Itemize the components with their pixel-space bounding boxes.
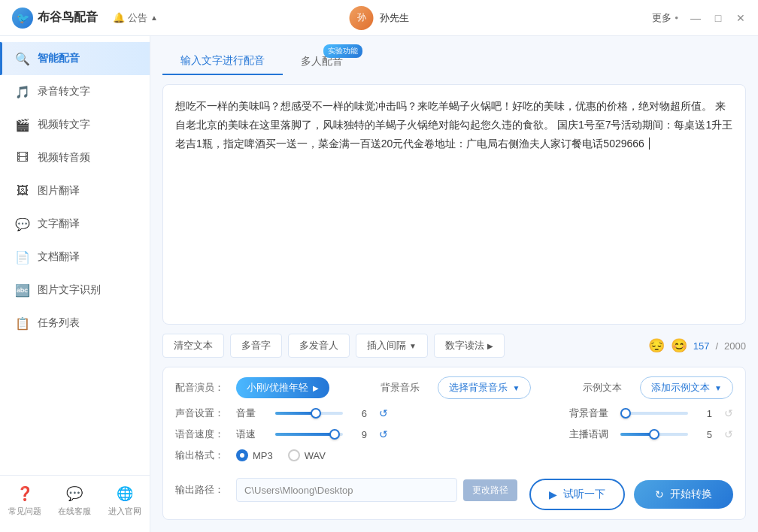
user-info: 孙 孙先生 <box>350 6 409 30</box>
speed-refresh-icon[interactable]: ↺ <box>379 428 388 440</box>
sidebar-item-video-to-audio[interactable]: 🎞 视频转音频 <box>0 141 150 174</box>
preview-label: 试听一下 <box>563 488 605 501</box>
char-count: 😔 😊 157 / 2000 <box>648 337 746 354</box>
more-button[interactable]: 更多 ● <box>652 11 678 25</box>
ocr-icon: 🔤 <box>15 283 30 298</box>
music-label: 背景音乐 <box>381 381 426 394</box>
format-mp3-option[interactable]: MP3 <box>236 449 273 461</box>
volume-sub-label: 音量 <box>236 407 263 420</box>
actor-select-button[interactable]: 小刚/优推年轻 ▶ <box>236 377 329 398</box>
preview-button[interactable]: ▶ 试听一下 <box>529 479 625 510</box>
sample-button[interactable]: 添加示例文本 ▼ <box>640 376 733 399</box>
sidebar-item-audio-to-text[interactable]: 🎵 录音转文字 <box>0 75 150 108</box>
settings-panel: 配音演员： 小刚/优推年轻 ▶ 背景音乐 选择背景音乐 ▼ 示例文本 添加示例文… <box>162 367 746 520</box>
char-total: 2000 <box>724 340 746 352</box>
sidebar-item-task-list[interactable]: 📋 任务列表 <box>0 307 150 340</box>
action-buttons: ▶ 试听一下 ↻ 开始转换 <box>529 479 733 510</box>
anchor-sub-label: 主播语调 <box>569 428 608 441</box>
more-label: 更多 <box>652 11 672 25</box>
format-wav-option[interactable]: WAV <box>288 449 326 461</box>
speed-thumb[interactable] <box>329 429 340 440</box>
faq-icon: ❓ <box>16 485 34 503</box>
avatar: 孙 <box>350 6 374 30</box>
search-icon: 🔍 <box>15 51 30 66</box>
tab-wrapper-multi-voice: 多人配音 实验功能 <box>283 49 361 74</box>
bg-volume-value: 1 <box>700 408 712 419</box>
settings-row-volume: 声音设置： 音量 6 ↺ 背景音量 1 <box>175 407 733 420</box>
music-select-button[interactable]: 选择背景音乐 ▼ <box>438 376 531 399</box>
polyphonic-button[interactable]: 多音字 <box>230 334 282 358</box>
sidebar-label-audio-to-text: 录音转文字 <box>38 85 90 98</box>
wav-radio-unchecked <box>288 449 300 461</box>
speed-fill <box>275 433 335 436</box>
sidebar-item-ocr[interactable]: 🔤 图片文字识别 <box>0 274 150 307</box>
task-list-icon: 📋 <box>15 316 30 331</box>
volume-slider[interactable] <box>275 412 343 415</box>
sidebar-item-video-to-text[interactable]: 🎬 视频转文字 <box>0 108 150 141</box>
tabs-row: 输入文字进行配音 多人配音 实验功能 <box>162 48 746 75</box>
notice-label: 公告 <box>128 11 147 25</box>
faq-label: 常见问题 <box>8 506 41 517</box>
clear-text-button[interactable]: 清空文本 <box>162 334 224 358</box>
close-button[interactable]: ✕ <box>735 13 746 23</box>
support-icon: 💬 <box>65 485 83 503</box>
sidebar-item-smart-tts[interactable]: 🔍 智能配音 <box>0 42 150 75</box>
insert-pause-button[interactable]: 插入间隔 ▼ <box>356 334 428 358</box>
speed-slider[interactable] <box>275 433 343 436</box>
music-value: 选择背景音乐 <box>449 381 508 394</box>
tab-text-tts[interactable]: 输入文字进行配音 <box>162 48 283 75</box>
minimize-button[interactable]: — <box>690 13 701 23</box>
path-input[interactable] <box>236 478 457 502</box>
emoji-sad-icon[interactable]: 😔 <box>648 337 665 354</box>
maximize-button[interactable]: □ <box>713 13 723 23</box>
doc-translate-icon: 📄 <box>15 249 30 264</box>
wav-label: WAV <box>305 450 326 461</box>
volume-refresh-icon[interactable]: ↺ <box>379 407 388 419</box>
sidebar-label-task-list: 任务列表 <box>38 316 80 330</box>
chevron-down-music-icon: ▼ <box>512 384 520 392</box>
bg-volume-sub-label: 背景音量 <box>569 407 608 420</box>
app-name: 布谷鸟配音 <box>38 10 98 26</box>
convert-button[interactable]: ↻ 开始转换 <box>634 480 733 509</box>
anchor-refresh-icon[interactable]: ↺ <box>724 428 733 440</box>
num-read-button[interactable]: 数字读法 ▶ <box>434 334 505 358</box>
bg-volume-track <box>620 412 688 415</box>
emoji-happy-icon[interactable]: 😊 <box>671 337 687 354</box>
play-icon: ▶ <box>549 488 557 500</box>
sidebar-label-smart-tts: 智能配音 <box>38 52 80 65</box>
sidebar-item-text-translate[interactable]: 💬 文字翻译 <box>0 207 150 240</box>
content-area: 输入文字进行配音 多人配音 实验功能 想吃不一样的美味吗？想感受不一样的味觉冲击… <box>150 36 758 532</box>
sidebar-item-doc-translate[interactable]: 📄 文档翻译 <box>0 240 150 274</box>
format-options: MP3 WAV <box>236 449 326 461</box>
volume-thumb[interactable] <box>311 408 321 419</box>
notice-btn[interactable]: 🔔 公告 ▲ <box>113 11 158 25</box>
app-logo: 🐦 布谷鸟配音 <box>12 8 98 29</box>
sidebar-bottom: ❓ 常见问题 💬 在线客服 🌐 进入官网 <box>0 475 150 526</box>
num-read-label: 数字读法 <box>445 339 484 352</box>
bell-icon: 🔔 <box>113 12 125 23</box>
multi-voice-button[interactable]: 多发音人 <box>288 334 350 358</box>
sidebar-bottom-website[interactable]: 🌐 进入官网 <box>100 485 150 517</box>
text-translate-icon: 💬 <box>15 216 30 231</box>
refresh-big-icon: ↻ <box>655 488 664 500</box>
sidebar-bottom-support[interactable]: 💬 在线客服 <box>50 485 99 517</box>
change-path-button[interactable]: 更改路径 <box>463 479 517 501</box>
anchor-slider[interactable] <box>620 433 688 436</box>
dot-icon: ● <box>675 14 678 21</box>
speed-label: 语音速度： <box>175 428 224 441</box>
bg-volume-thumb[interactable] <box>620 408 631 419</box>
convert-label: 开始转换 <box>670 488 712 501</box>
text-input-area[interactable]: 想吃不一样的美味吗？想感受不一样的味觉冲击吗？来吃羊蝎子火锅吧！好吃的美味，优惠… <box>162 84 746 325</box>
anchor-track <box>620 433 688 436</box>
bg-volume-slider[interactable] <box>620 412 688 415</box>
settings-row-actor: 配音演员： 小刚/优推年轻 ▶ 背景音乐 选择背景音乐 ▼ 示例文本 添加示例文… <box>175 376 733 399</box>
char-separator: / <box>715 340 718 352</box>
sidebar-item-image-translate[interactable]: 🖼 图片翻译 <box>0 174 150 207</box>
settings-row-path: 输出路径： 更改路径 ▶ 试听一下 ↻ 开始转换 <box>175 470 733 510</box>
anchor-thumb[interactable] <box>649 429 659 440</box>
sidebar-bottom-faq[interactable]: ❓ 常见问题 <box>0 485 50 517</box>
chevron-down-icon: ▼ <box>409 342 417 350</box>
sample-value: 添加示例文本 <box>651 381 710 394</box>
window-controls: 更多 ● — □ ✕ <box>652 11 746 25</box>
bg-volume-refresh-icon[interactable]: ↺ <box>724 407 733 419</box>
